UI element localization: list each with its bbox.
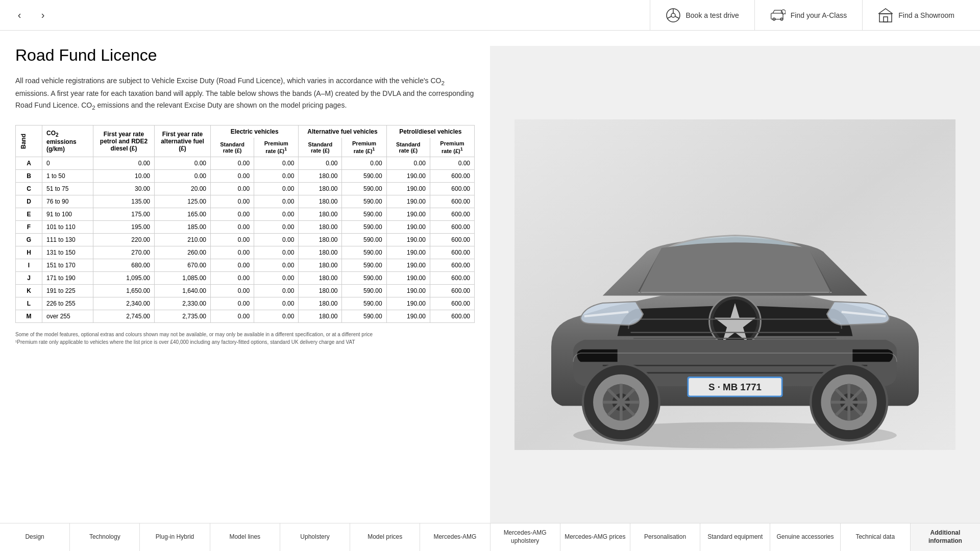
band-cell: H [16, 246, 42, 259]
footnote-line1: Some of the model features, optional ext… [15, 331, 475, 338]
petrol-cell: 220.00 [93, 233, 155, 246]
afv-std-cell: 180.00 [299, 271, 342, 284]
afv-prem-cell: 590.00 [342, 284, 386, 297]
afv-std-cell: 180.00 [299, 233, 342, 246]
co2-cell: 191 to 225 [42, 284, 93, 297]
table-row: L 226 to 255 2,340.00 2,330.00 0.00 0.00… [16, 297, 475, 310]
ev-standard-header: Standard rate (£) [211, 138, 254, 157]
band-cell: E [16, 208, 42, 220]
bottom-nav-item-standard-equipment[interactable]: Standard equipment [700, 523, 770, 551]
co2-sub-1: 2 [442, 80, 445, 86]
bottom-nav-item-design[interactable]: Design [0, 523, 70, 551]
header-actions: Book a test drive Find your A-Class Find… [650, 0, 970, 31]
petrol-cell: 680.00 [93, 259, 155, 271]
afv-prem-cell: 590.00 [342, 310, 386, 322]
ev-std-cell: 0.00 [211, 220, 254, 233]
afv-std-cell: 180.00 [299, 220, 342, 233]
band-cell: I [16, 259, 42, 271]
alt-fuel-cell: 2,330.00 [155, 297, 211, 310]
ev-premium-header: Premium rate (£)1 [254, 138, 299, 157]
table-row: A 0 0.00 0.00 0.00 0.00 0.00 0.00 0.00 0… [16, 157, 475, 169]
co2-col-header: CO2 emissions (g/km) [42, 126, 93, 157]
prev-arrow[interactable]: ‹ [10, 6, 29, 24]
first-year-petrol-header: First year rate petrol and RDE2 diesel (… [93, 126, 155, 157]
find-a-class-label: Find your A-Class [791, 11, 847, 19]
table-row: H 131 to 150 270.00 260.00 0.00 0.00 180… [16, 246, 475, 259]
alt-fuel-cell: 260.00 [155, 246, 211, 259]
band-col-header: Band [16, 126, 42, 157]
afv-prem-cell: 590.00 [342, 233, 386, 246]
header: ‹ › Book a test drive Find your A-Cl [0, 0, 980, 31]
petrol-cell: 135.00 [93, 195, 155, 208]
ev-std-cell: 0.00 [211, 157, 254, 169]
next-arrow[interactable]: › [34, 6, 52, 24]
desc-part3: emissions and the relevant Excise Duty a… [95, 101, 347, 109]
band-header-text: Band [20, 134, 38, 149]
ev-std-cell: 0.00 [211, 169, 254, 182]
co2-cell: 151 to 170 [42, 259, 93, 271]
bottom-nav-item-plug-in-hybrid[interactable]: Plug-in Hybrid [140, 523, 210, 551]
bottom-nav-item-mercedes-amg-prices[interactable]: Mercedes-AMG prices [560, 523, 630, 551]
pd-std-cell: 190.00 [386, 246, 430, 259]
bottom-nav-item-upholstery[interactable]: Upholstery [280, 523, 350, 551]
ev-prem-cell: 0.00 [254, 310, 299, 322]
alt-fuel-cell: 165.00 [155, 208, 211, 220]
pd-std-cell: 190.00 [386, 284, 430, 297]
pd-std-cell: 190.00 [386, 220, 430, 233]
page-description: All road vehicle registrations are subje… [15, 75, 475, 112]
rfl-table: Band CO2 emissions (g/km) First year rat… [15, 125, 475, 323]
table-row: E 91 to 100 175.00 165.00 0.00 0.00 180.… [16, 208, 475, 220]
table-row: M over 255 2,745.00 2,735.00 0.00 0.00 1… [16, 310, 475, 322]
bottom-nav-item-technology[interactable]: Technology [70, 523, 140, 551]
afv-std-cell: 180.00 [299, 169, 342, 182]
pd-prem-cell: 600.00 [430, 169, 474, 182]
petrol-cell: 175.00 [93, 208, 155, 220]
content-left: Road Fund Licence All road vehicle regis… [0, 46, 490, 523]
pd-prem-cell: 600.00 [430, 233, 474, 246]
petrol-cell: 10.00 [93, 169, 155, 182]
afv-std-cell: 180.00 [299, 259, 342, 271]
bottom-nav-item-mercedes-amg-upholstery[interactable]: Mercedes-AMG upholstery [491, 523, 560, 551]
book-test-drive-label: Book a test drive [686, 11, 739, 19]
co2-cell: 51 to 75 [42, 182, 93, 195]
pd-std-cell: 190.00 [386, 259, 430, 271]
co2-cell: 226 to 255 [42, 297, 93, 310]
pd-prem-cell: 600.00 [430, 195, 474, 208]
table-row: C 51 to 75 30.00 20.00 0.00 0.00 180.00 … [16, 182, 475, 195]
ev-std-cell: 0.00 [211, 208, 254, 220]
alt-fuel-cell: 185.00 [155, 220, 211, 233]
afv-prem-cell: 590.00 [342, 297, 386, 310]
svg-rect-10 [879, 14, 892, 22]
desc-part1: All road vehicle registrations are subje… [15, 77, 442, 85]
alt-fuel-cell: 670.00 [155, 259, 211, 271]
book-test-drive-btn[interactable]: Book a test drive [650, 0, 754, 31]
ev-prem-cell: 0.00 [254, 220, 299, 233]
bottom-nav-item-additional-information[interactable]: Additional information [911, 523, 980, 551]
bottom-nav-item-mercedes-amg[interactable]: Mercedes-AMG [420, 523, 490, 551]
svg-line-9 [785, 13, 786, 14]
ev-std-cell: 0.00 [211, 271, 254, 284]
petrol-cell: 1,095.00 [93, 271, 155, 284]
afv-std-cell: 0.00 [299, 157, 342, 169]
bottom-nav-item-model-prices[interactable]: Model prices [350, 523, 420, 551]
find-a-class-btn[interactable]: Find your A-Class [754, 0, 862, 31]
find-showroom-btn[interactable]: Find a Showroom [862, 0, 970, 31]
car-find-icon [770, 8, 786, 23]
ev-prem-cell: 0.00 [254, 182, 299, 195]
alt-fuel-cell: 1,085.00 [155, 271, 211, 284]
band-cell: C [16, 182, 42, 195]
ev-std-cell: 0.00 [211, 233, 254, 246]
bottom-nav-item-personalisation[interactable]: Personalisation [630, 523, 700, 551]
co2-cell: 76 to 90 [42, 195, 93, 208]
table-row: D 76 to 90 135.00 125.00 0.00 0.00 180.0… [16, 195, 475, 208]
bottom-nav-item-model-lines[interactable]: Model lines [210, 523, 280, 551]
showroom-icon [878, 8, 893, 23]
bottom-nav-item-technical-data[interactable]: Technical data [841, 523, 911, 551]
pd-std-cell: 190.00 [386, 208, 430, 220]
ev-std-cell: 0.00 [211, 195, 254, 208]
bottom-nav-item-genuine-accessories[interactable]: Genuine accessories [770, 523, 840, 551]
svg-point-1 [671, 13, 675, 17]
pd-std-cell: 0.00 [386, 157, 430, 169]
afv-prem-cell: 590.00 [342, 259, 386, 271]
co2-cell: 111 to 130 [42, 233, 93, 246]
